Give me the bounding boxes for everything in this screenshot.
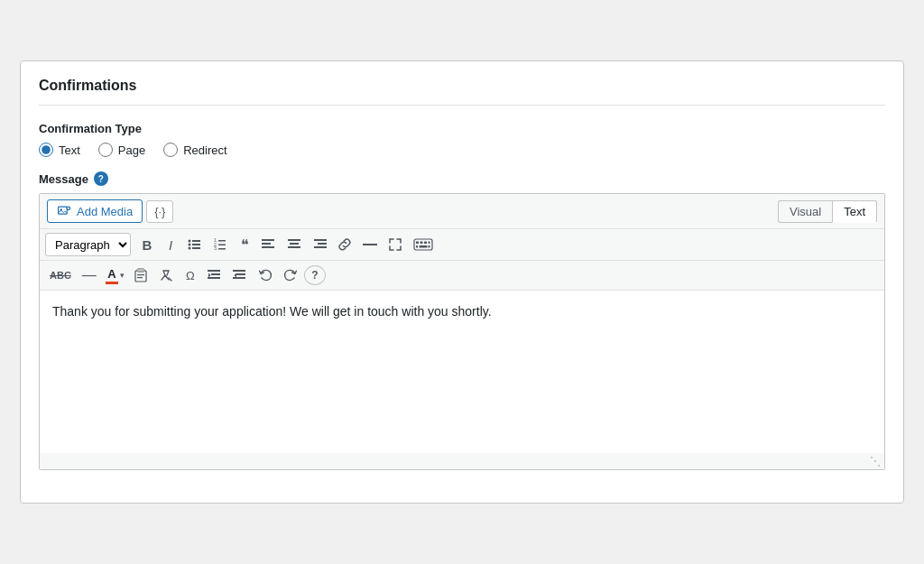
svg-rect-27	[414, 239, 432, 250]
confirmation-type-label: Confirmation Type	[39, 122, 885, 135]
svg-rect-45	[236, 273, 245, 275]
redo-button[interactable]	[279, 264, 302, 286]
svg-rect-16	[218, 248, 226, 250]
resize-handle[interactable]: ⋱	[40, 453, 884, 469]
redo-icon	[283, 268, 298, 282]
toolbar-left: Add Media {·}	[47, 199, 173, 223]
radio-text-option[interactable]: Text	[39, 143, 80, 157]
align-left-button[interactable]	[257, 234, 281, 255]
font-color-bar	[106, 282, 118, 284]
svg-point-9	[189, 247, 191, 250]
link-button[interactable]	[333, 234, 356, 255]
hr-icon	[363, 238, 377, 251]
align-right-button[interactable]	[308, 234, 331, 255]
radio-page-label: Page	[118, 143, 145, 157]
clear-format-icon	[159, 268, 173, 282]
svg-rect-0	[59, 207, 68, 214]
outdent-button[interactable]	[228, 264, 252, 286]
svg-rect-32	[416, 245, 418, 248]
svg-rect-14	[218, 245, 226, 246]
horizontal-rule-button[interactable]	[358, 234, 382, 255]
svg-point-5	[189, 240, 191, 243]
font-color-letter: A	[107, 267, 116, 281]
svg-text:3.: 3.	[214, 245, 217, 251]
radio-group: Text Page Redirect	[39, 143, 885, 157]
merge-tags-button[interactable]: {·}	[146, 200, 173, 223]
confirmation-type-group: Confirmation Type Text Page Redirect	[39, 122, 885, 157]
merge-tags-label: {·}	[154, 205, 165, 218]
svg-line-40	[169, 278, 171, 281]
editor-content[interactable]: Thank you for submitting your applicatio…	[40, 291, 884, 453]
svg-rect-34	[429, 245, 430, 248]
toolbar-row-2: ABC — A ▾	[40, 261, 884, 291]
svg-point-7	[189, 244, 191, 246]
svg-rect-6	[192, 240, 200, 242]
paste-as-text-button[interactable]	[129, 264, 152, 286]
svg-rect-12	[218, 240, 226, 242]
radio-page-input[interactable]	[98, 143, 113, 157]
outdent-icon	[233, 269, 247, 282]
horizontal-line-button[interactable]: —	[78, 264, 101, 286]
radio-redirect-input[interactable]	[163, 143, 178, 157]
message-help-icon[interactable]: ?	[94, 171, 108, 186]
unordered-list-button[interactable]	[183, 234, 207, 255]
bold-button[interactable]: B	[136, 234, 158, 255]
svg-rect-23	[314, 239, 327, 241]
expand-icon	[388, 237, 402, 252]
radio-redirect-option[interactable]: Redirect	[163, 143, 226, 157]
undo-button[interactable]	[254, 264, 277, 286]
svg-rect-22	[288, 246, 300, 248]
svg-rect-37	[137, 270, 144, 272]
toolbar-row-1: Paragraph Heading 1 Heading 2 Heading 3 …	[40, 229, 884, 261]
italic-button[interactable]: I	[160, 234, 181, 255]
visual-tab[interactable]: Visual	[778, 200, 832, 223]
undo-icon	[258, 268, 273, 282]
editor-toolbar-top: Add Media {·} Visual Text	[40, 194, 884, 229]
indent-button[interactable]	[203, 264, 226, 286]
indent-icon	[208, 269, 222, 282]
keyboard-icon	[413, 237, 433, 252]
clear-formatting-button[interactable]	[154, 264, 178, 286]
align-right-icon	[312, 238, 327, 251]
align-center-icon	[287, 238, 301, 251]
editor-wrapper: Add Media {·} Visual Text Paragraph Head…	[39, 193, 885, 470]
svg-rect-8	[192, 244, 200, 245]
svg-rect-21	[290, 243, 299, 245]
radio-text-label: Text	[59, 143, 80, 157]
font-color-group[interactable]: A ▾	[103, 265, 127, 286]
svg-rect-28	[416, 242, 419, 245]
svg-rect-42	[211, 273, 220, 275]
help-button[interactable]: ?	[304, 265, 326, 285]
add-media-label: Add Media	[77, 205, 133, 218]
resize-icon: ⋱	[870, 455, 881, 467]
radio-text-input[interactable]	[39, 143, 53, 157]
add-media-icon	[57, 204, 71, 218]
text-tab[interactable]: Text	[832, 200, 877, 223]
radio-page-option[interactable]: Page	[98, 143, 145, 157]
ordered-list-button[interactable]: 1. 2. 3.	[208, 234, 232, 255]
expand-button[interactable]	[383, 234, 407, 255]
svg-rect-29	[420, 242, 423, 245]
paragraph-select[interactable]: Paragraph Heading 1 Heading 2 Heading 3	[45, 233, 131, 256]
svg-rect-19	[262, 246, 274, 248]
special-chars-button[interactable]: Ω	[180, 264, 201, 286]
ul-icon	[188, 237, 202, 252]
svg-rect-10	[192, 247, 200, 249]
svg-rect-36	[135, 271, 146, 282]
svg-rect-31	[429, 242, 430, 245]
align-center-button[interactable]	[282, 234, 306, 255]
panel-title: Confirmations	[39, 78, 885, 106]
svg-rect-38	[137, 274, 144, 275]
paste-text-icon	[134, 268, 148, 282]
strikethrough-button[interactable]: ABC	[45, 264, 76, 286]
svg-rect-26	[363, 244, 377, 245]
add-media-button[interactable]: Add Media	[47, 199, 143, 223]
blockquote-button[interactable]: ❝	[234, 234, 255, 255]
visual-text-tabs: Visual Text	[778, 200, 877, 223]
keyboard-button[interactable]	[409, 234, 438, 255]
svg-rect-18	[262, 243, 271, 245]
svg-rect-39	[137, 277, 143, 278]
svg-rect-46	[233, 277, 245, 279]
svg-rect-25	[314, 246, 327, 248]
svg-rect-43	[208, 277, 220, 279]
